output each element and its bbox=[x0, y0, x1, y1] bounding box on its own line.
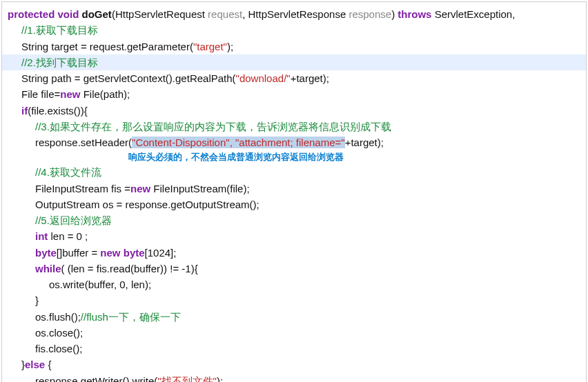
code: ( (len = fis.read(buffer)) != -1){ bbox=[61, 263, 198, 274]
code: File file= bbox=[21, 88, 60, 100]
kw-void: void bbox=[58, 8, 79, 20]
method-name: doGet bbox=[82, 8, 112, 20]
line-os: OutputStream os = response.getOutputStre… bbox=[8, 197, 580, 212]
line-fisclose: fis.close(); bbox=[8, 341, 580, 356]
annotation-note: 响应头必须的，不然会当成普通浏览内容返回给浏览器 bbox=[8, 150, 580, 164]
line-target: String target = request.getParameter("ta… bbox=[8, 39, 580, 54]
line-while: while( (len = fis.read(buffer)) != -1){ bbox=[8, 261, 580, 277]
string-attachment: "attachment; filename=" bbox=[235, 137, 345, 148]
kw-new: new bbox=[60, 88, 80, 100]
code: String path = getServletContext().getRea… bbox=[21, 72, 236, 84]
code: response.getWriter().write( bbox=[35, 375, 157, 382]
code: FileInputStream(file); bbox=[150, 183, 249, 194]
comment-2: //2.找到下载目标 bbox=[21, 57, 98, 68]
code: (file.exists()){ bbox=[28, 105, 88, 117]
brace-close: } bbox=[8, 292, 580, 308]
line-file: File file=new File(path); bbox=[8, 86, 580, 102]
code: File(path); bbox=[80, 88, 130, 100]
kw-throws: throws bbox=[398, 8, 431, 20]
line-flush: os.flush();//flush一下，确保一下 bbox=[8, 309, 580, 325]
line-path: String path = getServletContext().getRea… bbox=[8, 70, 580, 86]
code: [1024]; bbox=[145, 247, 177, 259]
kw-byte: byte bbox=[35, 247, 57, 259]
code: []buffer = bbox=[57, 247, 101, 259]
comment-6: //flush一下，确保一下 bbox=[81, 311, 181, 323]
string-download: "download/" bbox=[236, 72, 291, 84]
code: { bbox=[45, 359, 51, 370]
exception: ServletException, bbox=[431, 8, 515, 20]
line-else: }else { bbox=[8, 356, 580, 372]
line-osclose: os.close(); bbox=[8, 325, 580, 341]
type: HttpServletRequest bbox=[115, 8, 208, 20]
code: FileInputStream fis = bbox=[35, 183, 130, 194]
line-write: os.write(buffer, 0, len); bbox=[8, 277, 580, 292]
comment-4: //4.获取文件流 bbox=[35, 166, 101, 178]
line-notfound: response.getWriter().write("找不到文件"); bbox=[8, 373, 580, 382]
line-len: int len = 0 ; bbox=[8, 228, 580, 244]
type: HttpServletResponse bbox=[248, 8, 349, 20]
line-buffer: byte[]buffer = new byte[1024]; bbox=[8, 245, 580, 261]
string-content-disposition: "Content-Disposition" bbox=[132, 137, 230, 148]
kw-new: new bbox=[130, 183, 150, 194]
code: +target); bbox=[291, 72, 329, 84]
kw-int: int bbox=[35, 230, 48, 242]
kw-byte: byte bbox=[124, 247, 145, 259]
kw-new: new bbox=[100, 247, 120, 259]
param-request: request bbox=[208, 8, 242, 20]
punct: , bbox=[242, 8, 248, 20]
code: ); bbox=[227, 41, 233, 52]
code: String target = request.getParameter( bbox=[21, 41, 193, 52]
line-signature: protected void doGet(HttpServletRequest … bbox=[8, 6, 580, 22]
code: +target); bbox=[345, 137, 384, 148]
line-if: if(file.exists()){ bbox=[8, 103, 580, 119]
line-setheader: response.setHeader("Content-Disposition"… bbox=[8, 134, 580, 150]
param-response: response bbox=[349, 8, 391, 20]
code: len = 0 ; bbox=[48, 230, 88, 242]
kw-else: else bbox=[25, 359, 45, 370]
punct: ) bbox=[391, 8, 398, 20]
comment-3: //3.如果文件存在，那么设置响应的内容为下载，告诉浏览器将信息识别成下载 bbox=[35, 121, 391, 132]
highlighted-line: //2.找到下载目标 bbox=[2, 54, 586, 70]
comment-5: //5.返回给浏览器 bbox=[35, 214, 112, 226]
code: os.flush(); bbox=[35, 311, 81, 323]
comment-1: //1.获取下载目标 bbox=[21, 24, 98, 36]
code: ); bbox=[217, 375, 223, 382]
string-target: "target" bbox=[193, 41, 227, 52]
code: response.setHeader( bbox=[35, 137, 132, 148]
code: , bbox=[230, 137, 235, 148]
string-notfound: "找不到文件" bbox=[157, 375, 217, 382]
line-fis: FileInputStream fis =new FileInputStream… bbox=[8, 181, 580, 197]
kw-while: while bbox=[35, 263, 61, 274]
code-snippet: protected void doGet(HttpServletRequest … bbox=[1, 1, 587, 382]
kw-if: if bbox=[21, 105, 28, 117]
kw-protected: protected bbox=[8, 8, 55, 20]
